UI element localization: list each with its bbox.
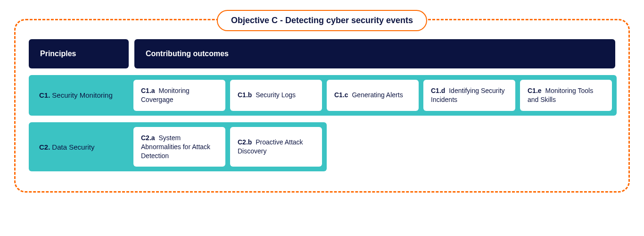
outcome-card: C1.a Monitoring Covergage [133,80,225,111]
principle-label: Security Monitoring [52,91,112,99]
principle-row: C1. Security MonitoringC1.a Monitoring C… [29,75,615,116]
principle-code: C2. [39,143,50,151]
outcome-card: C2.a System Abnormalities for Attack Det… [133,127,225,167]
rows-container: C1. Security MonitoringC1.a Monitoring C… [29,75,615,171]
outcome-card: C2.b Proactive Attack Discovery [230,127,322,167]
principle-cell: C1. Security Monitoring [29,75,129,116]
outcomes-wrap: C2.a System Abnormalities for Attack Det… [129,122,327,172]
objective-frame: Objective C - Detecting cyber security e… [14,19,630,193]
header-outcomes: Contributing outcomes [134,39,615,68]
outcome-code: C2.b [238,138,252,146]
outcome-card: C1.d Identifying Security Incidents [423,80,515,111]
outcome-card: C1.c Generating Alerts [327,80,419,111]
outcome-label: Generating Alerts [350,91,403,99]
outcome-card: C1.b Security Logs [230,80,322,111]
objective-title: Objective C - Detecting cyber security e… [231,16,413,25]
outcome-label: Security Logs [254,91,296,99]
outcome-code: C1.e [528,87,542,94]
outcome-card: C1.e Monitoring Tools and Skills [520,80,612,111]
objective-title-badge: Objective C - Detecting cyber security e… [217,10,427,31]
header-outcomes-label: Contributing outcomes [146,50,229,58]
outcome-code: C1.a [141,87,155,94]
principle-code: C1. [39,91,50,99]
header-row: Principles Contributing outcomes [29,39,615,68]
principle-row: C2. Data SecurityC2.a System Abnormaliti… [29,122,615,172]
outcome-code: C2.a [141,134,155,142]
outcomes-wrap: C1.a Monitoring CovergageC1.b Security L… [129,75,617,116]
outcome-code: C1.c [334,91,348,99]
outcome-code: C1.b [238,91,252,99]
principle-cell: C2. Data Security [29,122,129,172]
outcome-code: C1.d [431,87,445,94]
header-principles-label: Principles [40,50,76,58]
header-principles: Principles [29,39,129,68]
principle-label: Data Security [52,143,94,151]
